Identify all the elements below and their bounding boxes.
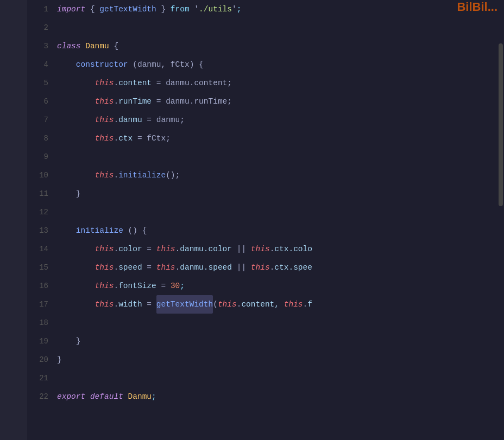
token: } xyxy=(156,0,171,18)
code-line: this.width = getTextWidth(this.content, … xyxy=(57,295,497,314)
token: . xyxy=(270,240,275,258)
line-number: 16 xyxy=(27,277,48,295)
token: fontSize xyxy=(118,277,156,295)
token: default xyxy=(90,387,123,406)
token: danmu.color xyxy=(180,240,232,258)
token xyxy=(57,277,95,295)
token xyxy=(123,387,128,406)
code-line xyxy=(57,314,497,332)
token: || xyxy=(232,258,251,277)
token: . xyxy=(175,258,180,277)
code-line: this.initialize(); xyxy=(57,166,497,184)
logo-area: BilBil... xyxy=(457,0,497,14)
code-line: } xyxy=(57,184,497,203)
code-line xyxy=(57,18,497,37)
code-line: export default Danmu; xyxy=(57,387,497,406)
token: { xyxy=(109,37,118,55)
token: . xyxy=(303,295,308,314)
token xyxy=(57,74,95,92)
code-line xyxy=(57,148,497,166)
token: this xyxy=(95,111,114,129)
token: from xyxy=(171,0,190,18)
token: this xyxy=(251,240,270,258)
token: this xyxy=(218,295,237,314)
token xyxy=(57,258,95,277)
sidebar-tab-js[interactable] xyxy=(11,5,16,14)
token: } xyxy=(57,184,81,203)
token xyxy=(57,166,95,184)
token: this xyxy=(95,129,114,148)
token: this xyxy=(95,277,114,295)
line-number: 7 xyxy=(27,111,48,129)
line-number: 5 xyxy=(27,74,48,92)
line-number: 2 xyxy=(27,18,48,37)
sidebar xyxy=(0,0,27,440)
token: () { xyxy=(123,221,147,240)
code-line: this.content = danmu.content; xyxy=(57,74,497,92)
code-line xyxy=(57,369,497,387)
token: this xyxy=(95,74,114,92)
token: ; xyxy=(237,0,242,18)
line-number: 22 xyxy=(27,387,48,406)
token: this xyxy=(95,92,114,111)
token: = xyxy=(156,277,171,295)
token: { xyxy=(85,0,99,18)
token: . xyxy=(237,295,242,314)
token: content, xyxy=(241,295,284,314)
code-line: initialize () { xyxy=(57,221,497,240)
line-number: 20 xyxy=(27,350,48,369)
line-number: 17 xyxy=(27,295,48,314)
scrollbar[interactable] xyxy=(497,0,504,440)
token: || xyxy=(232,240,251,258)
token: this xyxy=(95,166,114,184)
scrollbar-thumb[interactable] xyxy=(499,43,503,206)
code-line: this.ctx = fCtx; xyxy=(57,129,497,148)
token: constructor xyxy=(76,55,128,74)
token: Danmu xyxy=(128,387,152,406)
token: getTextWidth xyxy=(99,0,156,18)
line-number: 11 xyxy=(27,184,48,203)
line-numbers: 12345678910111213141516171819202122 xyxy=(27,0,57,440)
token xyxy=(57,92,95,111)
token: = xyxy=(142,295,156,314)
code-line: this.speed = this.danmu.speed || this.ct… xyxy=(57,258,497,277)
token: ctx.colo xyxy=(274,240,312,258)
token: initialize xyxy=(118,166,166,184)
token: this xyxy=(95,295,114,314)
token xyxy=(85,387,90,406)
token: (danmu, fCtx) { xyxy=(128,55,204,74)
token: this xyxy=(284,295,303,314)
code-line: class Danmu { xyxy=(57,37,497,55)
token: . xyxy=(175,240,180,258)
token: = danmu.content; xyxy=(152,74,232,92)
token: = xyxy=(142,258,156,277)
code-line: constructor (danmu, fCtx) { xyxy=(57,55,497,74)
token xyxy=(57,129,95,148)
token: this xyxy=(95,258,114,277)
line-number: 1 xyxy=(27,0,48,18)
line-number: 13 xyxy=(27,221,48,240)
line-number: 3 xyxy=(27,37,48,55)
token xyxy=(57,111,95,129)
token: . xyxy=(114,166,118,184)
token: width xyxy=(118,295,142,314)
token: . xyxy=(114,92,118,111)
token xyxy=(57,221,76,240)
token: runTime xyxy=(118,92,152,111)
token: getTextWidth xyxy=(156,295,213,314)
line-number: 6 xyxy=(27,92,48,111)
token: . xyxy=(114,258,118,277)
token: content xyxy=(118,74,152,92)
line-number: 10 xyxy=(27,166,48,184)
token: ; xyxy=(152,387,156,406)
token: initialize xyxy=(76,221,123,240)
token: ctx.spee xyxy=(274,258,312,277)
token: speed xyxy=(118,258,142,277)
token: } xyxy=(57,350,62,369)
token: . xyxy=(114,111,118,129)
token: . xyxy=(114,240,118,258)
token: ( xyxy=(213,295,218,314)
token: danmu xyxy=(118,111,142,129)
token xyxy=(57,240,95,258)
code-line: this.color = this.danmu.color || this.ct… xyxy=(57,240,497,258)
